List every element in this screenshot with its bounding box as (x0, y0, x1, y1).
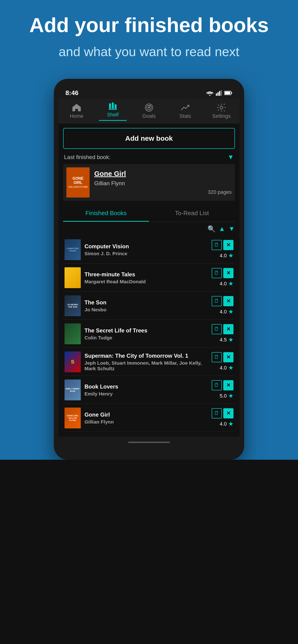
sort-asc-icon[interactable]: ▲ (219, 225, 225, 232)
home-indicator (128, 442, 170, 443)
home-bar (59, 436, 239, 448)
book-title-1[interactable]: Three-minute Tales (85, 271, 208, 278)
book-author-0: Simon J. D. Prince (85, 251, 208, 256)
svg-rect-38 (216, 412, 217, 413)
book-rating-value-6: 4.0 (219, 421, 227, 427)
hero-subtitle: and what you want to read next (9, 43, 289, 60)
book-info-4: Superman: The City of Tomorrow Vol. 1 Je… (85, 352, 208, 372)
book-cover-2: JO NESBO THE SON (65, 295, 81, 316)
svg-rect-7 (225, 92, 230, 94)
book-details-button-1[interactable] (212, 268, 222, 278)
book-delete-button-0[interactable]: ✕ (223, 240, 233, 250)
book-title-6[interactable]: Gone Girl (85, 411, 208, 418)
home-icon (72, 104, 81, 112)
action-icons-6: ✕ (212, 408, 233, 418)
book-author-6: Gillian Flynn (85, 419, 208, 425)
svg-rect-20 (216, 244, 217, 244)
book-author-5: Emily Henry (85, 391, 208, 397)
book-cover-0: COMPUTER VISION (65, 239, 81, 260)
book-title-2[interactable]: The Son (85, 299, 208, 306)
book-cover-1 (65, 267, 81, 288)
book-title-0[interactable]: Computer Vision (85, 243, 208, 250)
add-book-button[interactable]: Add new book (63, 128, 235, 149)
svg-point-17 (220, 106, 223, 109)
action-icons-0: ✕ (212, 240, 233, 250)
book-details-button-3[interactable] (212, 324, 222, 334)
cover-author-text: GILLIAN FLYNN (69, 186, 88, 188)
book-list-item: COMPUTER VISION Computer Vision Simon J.… (63, 236, 235, 264)
book-info-1: Three-minute Tales Margaret Read MacDona… (85, 271, 208, 284)
svg-point-14 (148, 107, 150, 108)
nav-item-shelf[interactable]: Shelf (99, 102, 127, 121)
book-delete-button-5[interactable]: ✕ (223, 380, 233, 390)
svg-rect-8 (109, 104, 111, 108)
book-list-item: The Secret Life of Trees Colin Tudge ✕ (63, 320, 235, 348)
status-time: 8:46 (66, 89, 79, 97)
tab-toread-list[interactable]: To-Read List (149, 206, 235, 222)
book-delete-button-2[interactable]: ✕ (223, 296, 233, 306)
book-list-item: Three-minute Tales Margaret Read MacDona… (63, 264, 235, 292)
star-icon-1: ★ (228, 280, 233, 287)
shelf-icon (108, 102, 117, 110)
book-details-button-4[interactable] (212, 352, 222, 362)
nav-label-goals: Goals (142, 113, 155, 119)
action-icons-1: ✕ (212, 268, 233, 278)
nav-item-stats[interactable]: Stats (171, 104, 199, 119)
svg-rect-3 (219, 91, 220, 96)
book-rating-0: 4.0 ★ (219, 252, 233, 259)
book-delete-button-4[interactable]: ✕ (223, 352, 233, 362)
book-cover-3 (65, 324, 81, 344)
nav-item-settings[interactable]: Settings (207, 104, 235, 119)
goals-icon (144, 104, 154, 112)
nav-item-home[interactable]: Home (63, 104, 91, 119)
last-book-info: Gone Girl Gillian Flynn 320 pages (94, 168, 232, 198)
svg-rect-9 (112, 102, 114, 108)
book-list-item: S Superman: The City of Tomorrow Vol. 1 … (63, 348, 235, 376)
book-actions-6: ✕ 4.0 ★ (212, 408, 233, 428)
book-list-item: JO NESBO THE SON The Son Jo Nesbo (63, 292, 235, 320)
search-icon[interactable]: 🔍 (207, 225, 216, 233)
book-rating-value-2: 4.0 (219, 309, 227, 315)
book-rating-4: 4.0 ★ (219, 364, 233, 372)
book-actions-3: ✕ 4.5 ★ (212, 324, 233, 343)
svg-rect-10 (115, 104, 117, 108)
book-actions-2: ✕ 4.0 ★ (212, 296, 233, 315)
book-info-3: The Secret Life of Trees Colin Tudge (85, 327, 208, 340)
bottom-background (0, 460, 298, 644)
nav-item-goals[interactable]: Goals (135, 104, 163, 119)
book-delete-button-6[interactable]: ✕ (223, 408, 233, 418)
last-finished-header: Last finished book: ▼ (63, 154, 235, 161)
svg-point-0 (209, 94, 210, 96)
star-icon-3: ★ (228, 336, 233, 343)
book-rating-1: 4.0 ★ (219, 280, 233, 287)
nav-label-home: Home (70, 113, 84, 119)
book-delete-button-3[interactable]: ✕ (223, 324, 233, 334)
last-book-title[interactable]: Gone Girl (94, 170, 232, 178)
book-details-button-6[interactable] (212, 408, 222, 418)
sort-desc-icon[interactable]: ▼ (228, 225, 235, 232)
book-rating-value-0: 4.0 (219, 253, 227, 259)
book-author-3: Colin Tudge (85, 335, 208, 340)
book-details-button-5[interactable] (212, 380, 222, 390)
book-actions-5: ✕ 5.0 ★ (212, 380, 233, 400)
book-title-4[interactable]: Superman: The City of Tomorrow Vol. 1 (85, 352, 208, 359)
book-title-5[interactable]: Book Lovers (85, 383, 208, 390)
book-list-item: GONE GIRL GILLIAN FLYNN Gone Girl Gillia… (63, 404, 235, 432)
books-tabs: Finished Books To-Read List (63, 206, 235, 222)
book-details-button-0[interactable] (212, 240, 222, 250)
svg-rect-29 (216, 328, 217, 328)
book-title-3[interactable]: The Secret Life of Trees (85, 327, 208, 334)
book-cover-4: S (65, 352, 81, 372)
book-delete-button-1[interactable]: ✕ (223, 268, 233, 278)
last-book-card: GONE GIRL GILLIAN FLYNN Gone Girl Gillia… (63, 164, 235, 201)
chevron-down-icon[interactable]: ▼ (227, 154, 234, 161)
stats-icon (181, 104, 190, 112)
star-icon-2: ★ (228, 308, 233, 315)
nav-label-stats: Stats (179, 113, 191, 119)
svg-rect-11 (109, 109, 117, 110)
tab-finished-books[interactable]: Finished Books (63, 206, 149, 222)
last-finished-label: Last finished book: (64, 154, 111, 160)
last-book-author: Gillian Flynn (94, 180, 232, 186)
book-details-button-2[interactable] (212, 296, 222, 306)
battery-icon (224, 91, 232, 95)
